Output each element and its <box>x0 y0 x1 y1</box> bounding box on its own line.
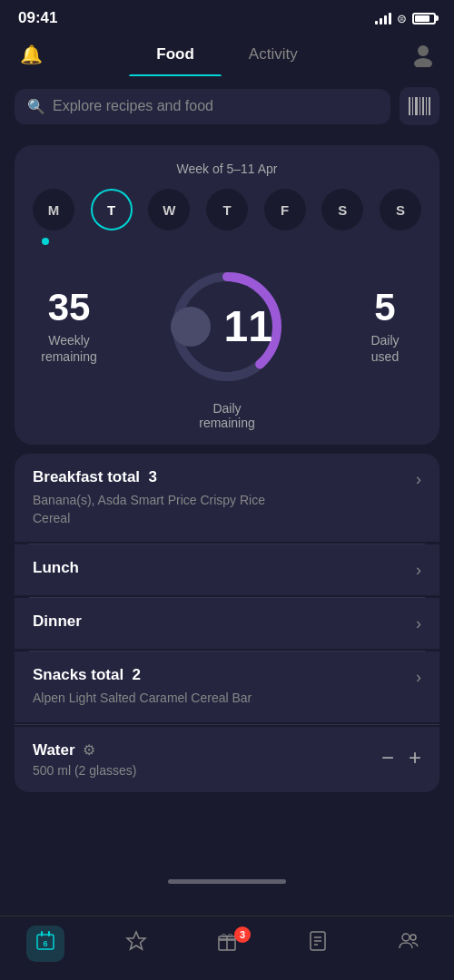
svg-rect-2 <box>409 97 410 115</box>
breakfast-items: Banana(s), Asda Smart Price Crispy RiceC… <box>33 492 416 527</box>
water-amount: 500 ml (2 glasses) <box>33 763 381 778</box>
stat-weekly-remaining: 35 Weeklyremaining <box>33 289 105 365</box>
battery-icon <box>412 13 436 24</box>
dinner-content: Dinner <box>33 612 416 634</box>
snacks-content: Snacks total 2 Alpen Light Salted Carame… <box>33 666 416 708</box>
svg-rect-8 <box>429 97 430 115</box>
snacks-items: Alpen Light Salted Caramel Cereal Bar <box>33 690 416 708</box>
rewards-badge: 3 <box>234 926 251 943</box>
day-friday[interactable]: F <box>264 189 306 230</box>
breakfast-chevron: › <box>416 470 421 489</box>
svg-rect-13 <box>48 931 50 936</box>
snacks-title: Snacks total 2 <box>33 666 416 684</box>
svg-marker-15 <box>127 932 145 949</box>
day-selector: M T W T F S S <box>33 189 421 230</box>
breakfast-title: Breakfast total 3 <box>33 468 416 486</box>
daily-remaining-label: Dailyremaining <box>33 401 421 445</box>
bottom-nav-log[interactable] <box>291 930 345 957</box>
wifi-icon: ⊜ <box>397 12 407 25</box>
day-monday[interactable]: M <box>33 189 74 230</box>
bell-icon[interactable]: 🔔 <box>15 44 47 65</box>
search-section: 🔍 Explore recipes and food <box>0 76 454 136</box>
svg-rect-3 <box>412 97 413 115</box>
svg-point-0 <box>418 45 429 56</box>
status-bar: 09:41 ⊜ <box>0 0 454 33</box>
day-thursday[interactable]: T <box>206 189 248 230</box>
barcode-button[interactable] <box>400 87 439 125</box>
dinner-chevron: › <box>416 614 421 633</box>
weekly-remaining-number: 35 <box>33 289 105 327</box>
lunch-chevron: › <box>416 561 421 580</box>
bottom-nav-calendar[interactable]: 6 <box>18 926 73 962</box>
day-sunday[interactable]: S <box>380 189 421 230</box>
svg-rect-7 <box>426 97 427 115</box>
status-time: 09:41 <box>18 9 57 27</box>
search-icon: 🔍 <box>27 98 45 115</box>
svg-rect-12 <box>41 931 43 936</box>
bottom-nav-rewards[interactable]: 3 <box>200 930 254 957</box>
water-title-row: Water ⚙ <box>33 741 381 760</box>
tab-bar: Food Activity <box>47 33 407 76</box>
social-icon <box>398 930 419 957</box>
svg-rect-5 <box>419 97 420 115</box>
signal-icon <box>375 12 391 24</box>
search-placeholder: Explore recipes and food <box>53 98 213 114</box>
calendar-icon: 6 <box>26 926 64 962</box>
weekly-remaining-label: Weeklyremaining <box>33 332 105 365</box>
snacks-row[interactable]: Snacks total 2 Alpen Light Salted Carame… <box>15 652 439 722</box>
bottom-nav-favorites[interactable] <box>109 930 163 957</box>
day-dot-row <box>33 238 421 245</box>
day-tuesday[interactable]: T <box>91 189 133 230</box>
bottom-nav-social[interactable] <box>381 930 436 957</box>
svg-rect-6 <box>422 97 424 115</box>
water-title: Water <box>33 741 75 760</box>
breakfast-content: Breakfast total 3 Banana(s), Asda Smart … <box>33 468 416 527</box>
star-icon <box>125 930 147 957</box>
ring-inner-circle <box>171 307 211 347</box>
dinner-title: Dinner <box>33 612 416 631</box>
day-saturday[interactable]: S <box>321 189 363 230</box>
svg-point-23 <box>402 934 410 941</box>
lunch-row[interactable]: Lunch › <box>15 544 439 595</box>
daily-used-label: Dailyused <box>349 332 421 365</box>
water-plus-button[interactable]: + <box>409 745 421 770</box>
water-row: Water ⚙ 500 ml (2 glasses) − + <box>15 727 439 792</box>
svg-text:6: 6 <box>43 939 47 948</box>
svg-rect-4 <box>415 97 418 115</box>
week-label: Week of 5–11 Apr <box>33 162 421 176</box>
bottom-nav: 6 3 <box>0 916 454 980</box>
nav-tabs: 🔔 Food Activity <box>0 33 454 76</box>
search-bar[interactable]: 🔍 Explore recipes and food <box>15 89 390 124</box>
tab-food[interactable]: Food <box>129 33 222 76</box>
stats-section: 35 Weeklyremaining 11 5 Dailyused <box>33 254 421 408</box>
stat-daily-used: 5 Dailyused <box>349 289 421 365</box>
lunch-title: Lunch <box>33 559 416 577</box>
avatar-icon[interactable] <box>407 42 439 67</box>
water-minus-button[interactable]: − <box>381 745 394 770</box>
snacks-chevron: › <box>416 668 421 687</box>
svg-point-1 <box>414 58 432 67</box>
gear-icon[interactable]: ⚙ <box>83 741 95 759</box>
lunch-content: Lunch <box>33 559 416 581</box>
home-indicator <box>168 879 286 884</box>
breakfast-row[interactable]: Breakfast total 3 Banana(s), Asda Smart … <box>15 454 439 542</box>
tab-activity[interactable]: Activity <box>222 33 325 76</box>
day-wednesday[interactable]: W <box>148 189 190 230</box>
dinner-row[interactable]: Dinner › <box>15 598 439 649</box>
main-card: Week of 5–11 Apr M T W T F S S 35 Weekly… <box>15 145 439 445</box>
water-controls: − + <box>381 745 421 770</box>
daily-remaining-number: 11 <box>224 305 272 348</box>
calories-ring: 11 <box>163 263 291 390</box>
water-info: Water ⚙ 500 ml (2 glasses) <box>33 741 381 778</box>
day-dot <box>42 238 49 245</box>
svg-point-24 <box>410 935 416 940</box>
water-divider <box>15 724 439 725</box>
log-icon <box>307 930 329 957</box>
daily-used-number: 5 <box>349 289 421 327</box>
status-icons: ⊜ <box>375 12 436 25</box>
meal-sections: Breakfast total 3 Banana(s), Asda Smart … <box>15 454 439 722</box>
